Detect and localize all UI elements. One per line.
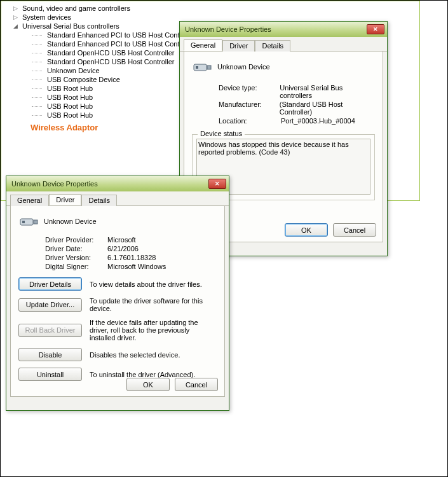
tab-general[interactable]: General	[184, 39, 222, 51]
svg-rect-27	[196, 66, 198, 69]
tree-line	[32, 44, 42, 45]
desc: To uninstall the driver (Advanced).	[90, 371, 217, 378]
expander-icon[interactable]: ▷	[13, 6, 18, 11]
tree-node[interactable]: ▷ Sound, video and game controllers	[13, 4, 417, 13]
tree-line	[32, 88, 42, 89]
tab-driver[interactable]: Driver	[49, 194, 81, 205]
tab-strip: General Driver Details	[6, 191, 229, 206]
tree-label: USB Composite Device	[46, 75, 121, 84]
tree-line	[32, 80, 42, 80]
tree-label: USB Root Hub	[46, 84, 94, 93]
value: 6/21/2006	[107, 245, 139, 252]
tree-line	[32, 71, 42, 71]
tree-label: Standard OpenHCD USB Host Controller	[46, 48, 176, 57]
label: Driver Provider:	[45, 236, 102, 244]
tree-label: USB Root Hub	[46, 111, 94, 120]
desc: To view details about the driver files.	[90, 280, 217, 288]
tab-details[interactable]: Details	[81, 195, 117, 206]
svg-rect-26	[207, 66, 211, 69]
label: Digital Signer:	[45, 263, 102, 270]
device-large-icon	[192, 59, 212, 74]
value: Microsoft Windows	[107, 263, 166, 270]
tree-node[interactable]: ▷ System devices	[13, 13, 417, 22]
device-status-legend: Device status	[198, 130, 245, 137]
tree-label: Sound, video and game controllers	[21, 4, 132, 13]
label: Location:	[219, 117, 276, 125]
label: Manufacturer:	[219, 100, 275, 116]
desc: Disables the selected device.	[90, 351, 217, 359]
device-name: Unknown Device	[217, 63, 270, 71]
tree-label: Standard OpenHCD USB Host Controller	[46, 57, 176, 66]
titlebar[interactable]: Unknown Device Properties ✕	[180, 22, 387, 37]
tab-strip: General Driver Details	[180, 37, 387, 52]
tree-line	[32, 35, 42, 36]
tab-body-driver: Unknown Device Driver Provider:Microsoft…	[10, 206, 225, 397]
tree-label: System devices	[21, 13, 72, 22]
titlebar[interactable]: Unknown Device Properties ✕	[6, 176, 229, 191]
expander-icon[interactable]: ▷	[13, 15, 18, 20]
tree-line	[32, 97, 42, 98]
disable-button[interactable]: Disable	[18, 348, 82, 361]
desc: To update the driver software for this d…	[90, 297, 217, 312]
tree-line	[32, 53, 42, 53]
collapse-icon[interactable]: ◢	[13, 24, 18, 29]
ok-button[interactable]: OK	[126, 378, 170, 391]
tree-label: Standard Enhanced PCI to USB Host Contro…	[46, 39, 196, 48]
window-title: Unknown Device Properties	[185, 25, 271, 33]
properties-dialog-driver: Unknown Device Properties ✕ General Driv…	[6, 176, 229, 411]
driver-details-button[interactable]: Driver Details	[18, 277, 82, 291]
value: 6.1.7601.18328	[107, 254, 156, 261]
svg-rect-30	[22, 221, 25, 223]
cancel-button[interactable]: Cancel	[333, 223, 376, 237]
svg-rect-29	[34, 220, 37, 224]
ok-button[interactable]: OK	[285, 223, 328, 237]
update-driver-button[interactable]: Update Driver...	[18, 298, 82, 312]
tree-label: Standard Enhanced PCI to USB Host Contro…	[46, 31, 196, 39]
device-name: Unknown Device	[44, 218, 97, 225]
cancel-button[interactable]: Cancel	[175, 378, 218, 391]
desc: If the device fails after updating the d…	[90, 319, 217, 342]
tree-line	[32, 62, 42, 62]
value: Universal Serial Bus controllers	[280, 84, 375, 99]
tree-label: Universal Serial Bus controllers	[21, 22, 121, 31]
window-title: Unknown Device Properties	[11, 180, 98, 188]
close-button[interactable]: ✕	[208, 179, 226, 189]
tree-label: USB Root Hub	[46, 102, 94, 111]
tree-line	[32, 115, 42, 116]
close-button[interactable]: ✕	[367, 24, 384, 34]
tree-label: USB Root Hub	[46, 93, 94, 102]
tab-general[interactable]: General	[10, 195, 49, 206]
value: (Standard USB Host Controller)	[280, 100, 375, 116]
label: Driver Date:	[45, 245, 102, 252]
rollback-driver-button: Roll Back Driver	[18, 324, 82, 337]
tab-driver[interactable]: Driver	[222, 40, 255, 52]
label: Driver Version:	[45, 254, 102, 261]
tree-label: Unknown Device	[46, 66, 101, 75]
device-large-icon	[18, 214, 39, 229]
value: Port_#0003.Hub_#0004	[281, 117, 355, 125]
value: Microsoft	[107, 236, 136, 244]
tree-line	[32, 106, 42, 107]
tab-details[interactable]: Details	[255, 40, 290, 52]
label: Device type:	[219, 84, 275, 99]
